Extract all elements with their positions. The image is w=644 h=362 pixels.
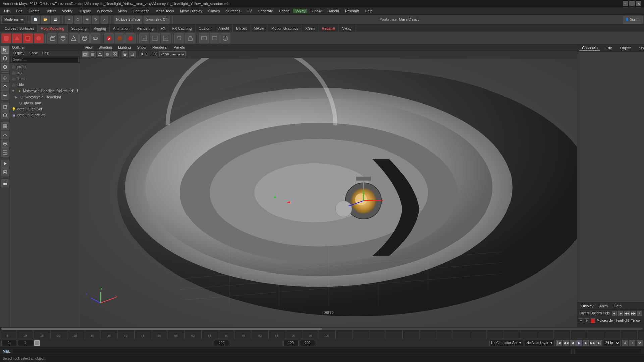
loop-btn[interactable]: ↺ [622, 340, 628, 346]
snap-grid[interactable] [1, 122, 9, 130]
menu-display[interactable]: Display [76, 8, 94, 14]
workspace-dropdown[interactable]: Modeling [1, 16, 25, 23]
rotate-tool-btn[interactable]: ↻ [92, 16, 99, 24]
outliner-item-persp[interactable]: 🎥 persp [10, 64, 80, 70]
shelf-icon-cone[interactable] [69, 33, 79, 43]
outliner-menu-show[interactable]: Show [27, 51, 40, 55]
shelf-tab-vray[interactable]: VRay [339, 25, 355, 32]
menu-file[interactable]: File [1, 8, 13, 14]
shelf-icon-torus[interactable] [90, 33, 100, 43]
menu-create[interactable]: Create [26, 8, 42, 14]
outliner-item-side[interactable]: 🎥 side [10, 82, 80, 88]
menu-redshift[interactable]: Redshift [342, 8, 361, 14]
vp-btn-isolate[interactable] [122, 51, 128, 57]
range-start-input[interactable] [283, 340, 299, 346]
shelf-tab-animation[interactable]: Animation [110, 25, 133, 32]
shelf-icon-render3[interactable]: IPR [161, 33, 171, 43]
menu-edit[interactable]: Edit [13, 8, 25, 14]
shelf-tab-sculpting[interactable]: Sculpting [68, 25, 90, 32]
timeline-ruler[interactable]: 5 10 15 20 25 30 35 40 45 50 55 60 65 70… [0, 330, 644, 338]
pb-next-key[interactable]: ▶▶ [590, 340, 596, 346]
vp-btn-camera[interactable] [82, 51, 89, 57]
shelf-tab-poly-modeling[interactable]: Poly Modeling [38, 25, 68, 32]
close-button[interactable]: ✕ [636, 1, 641, 6]
no-live-surface-btn[interactable]: No Live Surface [114, 16, 142, 24]
layer-tab-help[interactable]: Help [612, 303, 624, 309]
menu-mesh-tools[interactable]: Mesh Tools [153, 8, 176, 14]
outliner-item-glass-part[interactable]: ⬡ glass_part [17, 100, 80, 106]
vp-menu-panels[interactable]: Panels [171, 45, 188, 50]
layer-playback-btn[interactable]: P [585, 318, 589, 323]
shelf-icon-sphere[interactable] [79, 33, 90, 43]
layer-visibility-btn[interactable]: V [579, 318, 583, 323]
shelf-icon-op2[interactable] [115, 33, 125, 43]
select-tool[interactable] [1, 46, 9, 54]
symmetry-btn[interactable]: Symmetry: Off [144, 16, 170, 24]
outliner-menu-help[interactable]: Help [40, 51, 51, 55]
outliner-item-default-object-set[interactable]: ▣ defaultObjectSet [10, 112, 80, 118]
shelf-icon-ipr[interactable] [210, 33, 220, 43]
menu-arnold[interactable]: Arnold [326, 8, 342, 14]
command-input[interactable] [13, 349, 572, 354]
vp-menu-lighting[interactable]: Lighting [115, 45, 134, 50]
open-scene-btn[interactable]: 📂 [41, 16, 50, 24]
channel-tab-object[interactable]: Object [617, 45, 633, 51]
snap-point[interactable] [1, 140, 9, 148]
shelf-tab-xgen[interactable]: XGen [302, 25, 318, 32]
layer-tab-anim[interactable]: Anim [597, 303, 610, 309]
vp-btn-object-mode[interactable] [129, 51, 136, 57]
colorspace-select[interactable]: sRGB gamma [159, 51, 186, 57]
shelf-tab-fx-caching[interactable]: FX Caching [169, 25, 195, 32]
menu-windows[interactable]: Windows [94, 8, 115, 14]
menu-vray-badge[interactable]: V-Ray [293, 9, 307, 13]
scale-tool[interactable] [1, 92, 9, 100]
shelf-tab-fx[interactable]: FX [157, 25, 169, 32]
shelf-tab-motion-graphics[interactable]: Motion Graphics [268, 25, 302, 32]
menu-mesh[interactable]: Mesh [115, 8, 129, 14]
shelf-tab-custom[interactable]: Custom [195, 25, 215, 32]
fps-select[interactable]: 24 fps 30 fps 60 fps [604, 340, 621, 346]
shelf-icon-cup[interactable] [174, 33, 184, 43]
channel-tab-show[interactable]: Show [636, 45, 644, 51]
outliner-item-front[interactable]: 🎥 front [10, 76, 80, 82]
menu-modify[interactable]: Modify [59, 8, 75, 14]
vp-menu-view[interactable]: View [82, 45, 95, 50]
outliner-menu-display[interactable]: Display [11, 51, 26, 55]
shelf-tab-redshift[interactable]: Redshift [318, 25, 339, 32]
shelf-icon-op3[interactable] [125, 33, 136, 43]
outliner-item-group[interactable]: ▼ ✦ Motorcycle_Headlight_Yellow_ncl1_1 [10, 88, 80, 94]
viewport-canvas[interactable]: persp X Y Z [80, 58, 577, 327]
vp-btn-wireframe[interactable] [97, 51, 103, 57]
camera-tool[interactable] [1, 103, 9, 111]
current-frame-input[interactable] [18, 340, 33, 346]
move-tool-btn[interactable]: ✛ [83, 16, 91, 24]
menu-surfaces[interactable]: Surfaces [223, 8, 243, 14]
menu-uv[interactable]: UV [244, 8, 254, 14]
menu-generate[interactable]: Generate [255, 8, 276, 14]
layer-nav-back2[interactable]: ◀◀ [624, 311, 630, 316]
move-tool[interactable] [1, 74, 9, 82]
show-manipulator[interactable] [1, 111, 9, 119]
menu-help[interactable]: Help [362, 8, 375, 14]
pb-next-frame[interactable]: ▶ [583, 340, 589, 346]
menu-edit-mesh[interactable]: Edit Mesh [130, 8, 152, 14]
shelf-icon-2[interactable] [12, 33, 22, 43]
layer-nav-forward2[interactable]: ▶▶ [631, 311, 636, 316]
vp-menu-show[interactable]: Show [135, 45, 149, 50]
shelf-icon-bake[interactable] [185, 33, 195, 43]
layer-row-main[interactable]: V P Motorcycle_Headlight_Yellow [577, 317, 644, 324]
layer-add[interactable]: + [637, 311, 642, 316]
lasso-tool[interactable] [1, 54, 9, 62]
snap-curve[interactable] [1, 131, 9, 139]
pb-prev-key[interactable]: ◀◀ [563, 340, 569, 346]
ipr-btn[interactable] [1, 168, 9, 176]
outliner-item-top[interactable]: 🎥 top [10, 70, 80, 76]
pb-prev-frame[interactable]: ◀ [570, 340, 576, 346]
maximize-button[interactable]: □ [629, 1, 635, 6]
save-scene-btn[interactable]: 💾 [51, 16, 60, 24]
shelf-tab-arnold[interactable]: Arnold [215, 25, 233, 32]
shelf-icon-op1[interactable]: ∪ [104, 33, 114, 43]
start-frame-input[interactable] [1, 340, 16, 346]
vp-btn-4view[interactable] [111, 51, 118, 57]
shelf-icon-3[interactable] [23, 33, 33, 43]
